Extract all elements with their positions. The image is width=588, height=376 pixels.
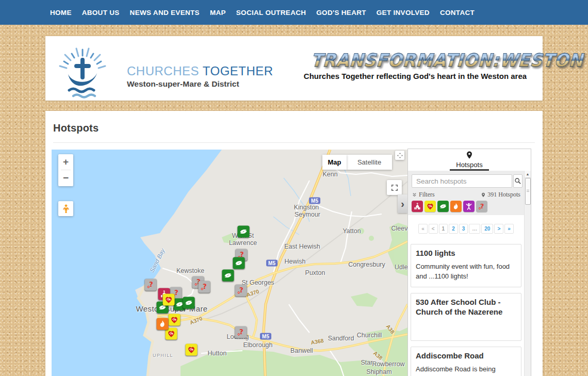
map-expand-button[interactable]: [395, 151, 404, 160]
churches-together-wordmark: CHURCHES TOGETHER: [127, 64, 273, 78]
church-icon: [413, 202, 422, 211]
map-marker-heart[interactable]: [186, 344, 198, 356]
person-icon: [464, 202, 473, 211]
road-badge-m5: M5: [266, 260, 277, 267]
filter-chip-church[interactable]: [412, 201, 423, 212]
page-button-3[interactable]: 3: [459, 224, 468, 234]
map-marker-flame[interactable]: [157, 318, 169, 330]
map-marker-heart[interactable]: [169, 314, 181, 326]
filter-chip-flame[interactable]: [450, 201, 462, 212]
panel-collapse-toggle[interactable]: ›: [398, 194, 407, 213]
zoom-in-button[interactable]: +: [58, 154, 73, 170]
map-canvas[interactable]: KennKingstonSeymourYattonCleeveEast Hewi…: [52, 150, 407, 376]
filters-toggle[interactable]: Filters: [412, 191, 435, 199]
search-button[interactable]: [513, 174, 522, 188]
hands-icon: [184, 298, 194, 308]
panel-scrollbar[interactable]: ▲: [524, 171, 531, 376]
map-marker-hands[interactable]: [183, 297, 195, 309]
tab-hotspots[interactable]: Hotspots: [408, 149, 531, 171]
filter-chip-heart[interactable]: [424, 201, 436, 212]
nav-item-about-us[interactable]: ABOUT US: [77, 9, 125, 17]
hotspot-title: 1100 lights: [416, 249, 516, 258]
scrollbar-thumb[interactable]: [525, 178, 531, 205]
road-badge-m5: M5: [260, 333, 271, 340]
hands-icon: [223, 271, 233, 281]
nav-item-god-s-heart[interactable]: GOD'S HEART: [311, 9, 371, 17]
hotspot-title: 530 After School Club - Church of the Na…: [416, 298, 516, 317]
hotspots-scroll-area: ▲ Filters: [408, 171, 531, 376]
hotspots-panel: Hotspots ▲: [407, 149, 531, 376]
map-type-map-button[interactable]: Map: [322, 155, 347, 170]
page-button-: «: [418, 224, 428, 234]
page-button-: <: [429, 224, 438, 234]
nav-item-social-outreach[interactable]: SOCIAL OUTREACH: [231, 9, 312, 17]
site-header: CHURCHES TOGETHER Weston-super-Mare & Di…: [45, 36, 543, 101]
filter-chip-question[interactable]: [476, 201, 487, 212]
page-button-2[interactable]: 2: [449, 224, 458, 234]
filter-chip-person[interactable]: [463, 201, 475, 212]
question-icon: [236, 328, 246, 337]
tab-hotspots-label: Hotspots: [408, 161, 531, 169]
map-zoom-control: + −: [58, 154, 73, 186]
page-button-[interactable]: »: [504, 224, 514, 234]
hotspot-title: Addiscombe Road: [416, 351, 516, 361]
search-icon: [514, 177, 522, 185]
hands-icon: [239, 227, 249, 237]
pegman-icon: [60, 203, 72, 215]
question-icon: [200, 282, 209, 292]
map-marker-heart[interactable]: [163, 294, 175, 306]
pagination: «<123…20>»: [408, 224, 524, 234]
divider: [53, 142, 535, 143]
page-button-20[interactable]: 20: [481, 224, 493, 234]
map-marker-hands[interactable]: [238, 226, 250, 238]
chevron-right-icon: ›: [401, 198, 404, 210]
question-icon: [146, 280, 156, 290]
heart-icon: [187, 345, 197, 355]
map-marker-hands[interactable]: [233, 257, 245, 269]
hands-icon: [234, 258, 244, 268]
map-marker-question[interactable]: [199, 281, 210, 293]
search-input[interactable]: [412, 174, 512, 188]
hotspot-count: 391 Hotspots: [481, 191, 520, 199]
heart-icon: [164, 295, 174, 305]
filter-chips: [412, 201, 520, 212]
nav-item-contact[interactable]: CONTACT: [435, 9, 480, 17]
nav-item-get-involved[interactable]: GET INVOLVED: [371, 9, 435, 17]
transformation-weston-title: TRANSFORMATION:WESTON: [311, 52, 584, 70]
zoom-out-button[interactable]: −: [58, 170, 73, 186]
nav-item-map[interactable]: MAP: [205, 9, 231, 17]
main-navigation: HOMEABOUT USNEWS AND EVENTSMAPSOCIAL OUT…: [0, 0, 588, 25]
page-button-: …: [469, 224, 480, 234]
hotspot-description: Addiscombe Road is being prayed and care…: [416, 364, 516, 376]
hotspot-count-label: 391 Hotspots: [487, 191, 520, 199]
map-marker-question[interactable]: [235, 285, 247, 297]
churches-together-subtitle: Weston-super-Mare & District: [127, 79, 273, 89]
main-content: Hotspots: [45, 111, 543, 376]
map-marker-question[interactable]: [235, 326, 247, 338]
hotspot-description: [416, 320, 516, 335]
question-icon: [236, 286, 246, 296]
hotspot-card-addiscombe-road[interactable]: Addiscombe RoadAddiscombe Road is being …: [411, 347, 521, 376]
page-button-[interactable]: >: [494, 224, 503, 234]
nav-item-home[interactable]: HOME: [45, 9, 77, 17]
page-title: Hotspots: [53, 122, 99, 134]
hotspot-card-530-after-school-club-church-of-the-nazerene[interactable]: 530 After School Club - Church of the Na…: [411, 293, 521, 341]
map-marker-question[interactable]: [145, 279, 157, 291]
filter-chip-hands[interactable]: [437, 201, 449, 212]
hotspot-list: 1100 lightsCommunity event with fun, foo…: [408, 237, 524, 376]
heart-icon: [170, 315, 179, 325]
street-view-pegman-button[interactable]: [58, 201, 73, 216]
map-pin-icon: [465, 151, 474, 159]
scrollbar-up-arrow-icon[interactable]: ▲: [525, 171, 531, 178]
map-type-satellite-button[interactable]: Satellite: [347, 155, 392, 170]
search-filter-area: Filters 391 Hotspots: [408, 171, 524, 215]
flame-icon: [158, 319, 168, 329]
churches-together-logo: CHURCHES TOGETHER Weston-super-Mare & Di…: [51, 45, 293, 97]
fullscreen-button[interactable]: [387, 180, 402, 195]
hotspot-card-1100-lights[interactable]: 1100 lightsCommunity event with fun, foo…: [411, 244, 521, 287]
nav-item-news-and-events[interactable]: NEWS AND EVENTS: [125, 9, 205, 17]
question-icon: [477, 202, 486, 211]
fullscreen-icon: [390, 183, 399, 192]
map-marker-hands[interactable]: [222, 270, 234, 282]
heart-icon: [426, 202, 435, 211]
